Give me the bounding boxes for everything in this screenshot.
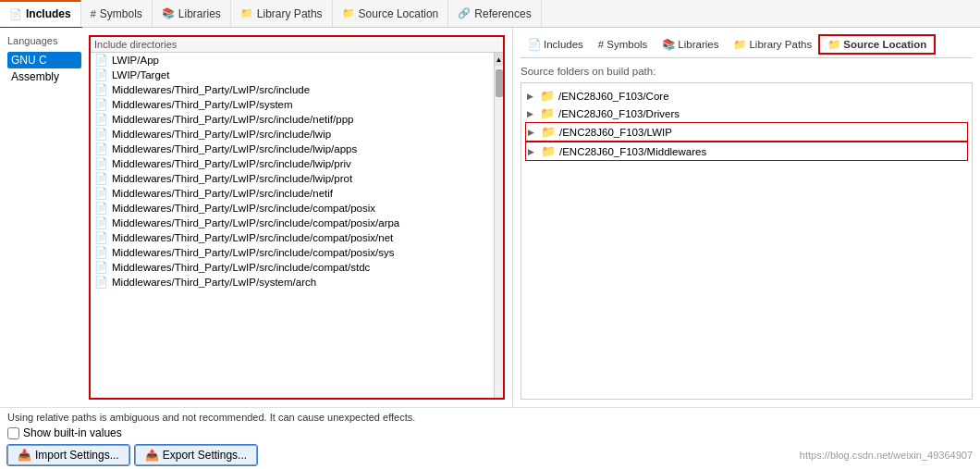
tab-libraries-label: Libraries	[178, 7, 221, 20]
tree-item-text: /ENC28J60_F103/Core	[558, 91, 669, 102]
languages-label: Languages	[7, 35, 81, 46]
list-item[interactable]: 📄Middlewares/Third_Party/LwIP/src/includ…	[91, 127, 494, 142]
list-item[interactable]: 📄Middlewares/Third_Party/LwIP/src/includ…	[91, 112, 494, 127]
list-item-text: Middlewares/Third_Party/LwIP/src/include…	[112, 217, 399, 228]
list-item[interactable]: 📄Middlewares/Third_Party/LwIP/src/includ…	[91, 260, 494, 275]
right-library-paths-icon: 📁	[733, 38, 746, 51]
list-item[interactable]: 📄Middlewares/Third_Party/LwIP/src/includ…	[91, 156, 494, 171]
list-item[interactable]: 📄Middlewares/Third_Party/LwIP/src/includ…	[91, 142, 494, 156]
right-includes-label: Includes	[544, 39, 583, 50]
file-icon: 📄	[94, 157, 108, 170]
list-item[interactable]: 📄Middlewares/Third_Party/LwIP/src/includ…	[91, 82, 494, 97]
tab-references[interactable]: 🔗 References	[448, 0, 541, 27]
file-icon: 📄	[94, 202, 108, 215]
file-icon: 📄	[94, 68, 108, 81]
list-item-text: Middlewares/Third_Party/LwIP/system/arch	[112, 277, 316, 288]
list-item[interactable]: 📄Middlewares/Third_Party/LwIP/src/includ…	[91, 230, 494, 245]
tab-libraries[interactable]: 📚 Libraries	[153, 0, 231, 27]
right-source-location-label: Source Location	[843, 39, 926, 50]
export-settings-button[interactable]: 📤 Export Settings...	[135, 445, 257, 465]
list-item-text: Middlewares/Third_Party/LwIP/src/include…	[112, 158, 351, 169]
tree-item[interactable]: ▶📁/ENC28J60_F103/LWIP	[525, 122, 968, 142]
tree-item[interactable]: ▶📁/ENC28J60_F103/Core	[525, 87, 968, 105]
tab-includes[interactable]: 📄 Includes	[0, 0, 81, 27]
file-icon: 📄	[94, 187, 108, 200]
references-tab-icon: 🔗	[458, 7, 471, 19]
tree-toggle-icon: ▶	[528, 128, 537, 137]
right-tab-includes[interactable]: 📄 Includes	[521, 36, 591, 53]
main-container: 📄 Includes # Symbols 📚 Libraries 📁 Libra…	[0, 0, 980, 469]
file-icon: 📄	[94, 54, 108, 67]
list-item-text: Middlewares/Third_Party/LwIP/src/include…	[112, 143, 357, 154]
list-item[interactable]: 📄Middlewares/Third_Party/LwIP/system	[91, 97, 494, 112]
top-tab-bar: 📄 Includes # Symbols 📚 Libraries 📁 Libra…	[0, 0, 980, 28]
includes-list[interactable]: 📄LWIP/App📄LWIP/Target📄Middlewares/Third_…	[91, 53, 494, 398]
scrollbar[interactable]: ▲	[494, 53, 503, 398]
warning-text: Using relative paths is ambiguous and no…	[7, 412, 973, 423]
buttons-left: 📥 Import Settings... 📤 Export Settings..…	[7, 445, 257, 465]
list-item-text: LWIP/Target	[112, 69, 169, 80]
export-icon: 📤	[145, 449, 159, 462]
tree-item[interactable]: ▶📁/ENC28J60_F103/Middlewares	[525, 142, 968, 161]
list-item[interactable]: 📄Middlewares/Third_Party/LwIP/src/includ…	[91, 171, 494, 186]
tab-symbols[interactable]: # Symbols	[81, 0, 153, 27]
file-icon: 📄	[94, 83, 108, 96]
file-icon: 📄	[94, 142, 108, 155]
right-tab-symbols[interactable]: # Symbols	[591, 37, 655, 52]
tree-item-text: /ENC28J60_F103/Middlewares	[559, 146, 706, 157]
lang-assembly[interactable]: Assembly	[7, 68, 81, 85]
includes-list-container: Include directories 📄LWIP/App📄LWIP/Targe…	[89, 35, 505, 400]
folder-icon: 📁	[540, 106, 555, 120]
lang-gnu-c[interactable]: GNU C	[7, 52, 81, 68]
list-item[interactable]: 📄Middlewares/Third_Party/LwIP/system/arc…	[91, 275, 494, 290]
scroll-thumb[interactable]	[496, 69, 503, 97]
folder-icon: 📁	[541, 144, 556, 158]
list-item-text: Middlewares/Third_Party/LwIP/system	[112, 99, 293, 110]
list-item[interactable]: 📄Middlewares/Third_Party/LwIP/src/includ…	[91, 186, 494, 201]
file-icon: 📄	[94, 113, 108, 126]
list-item[interactable]: 📄Middlewares/Third_Party/LwIP/src/includ…	[91, 245, 494, 260]
file-icon: 📄	[94, 276, 108, 289]
scroll-up-arrow[interactable]: ▲	[495, 53, 504, 66]
file-icon: 📄	[94, 231, 108, 244]
list-item[interactable]: 📄Middlewares/Third_Party/LwIP/src/includ…	[91, 216, 494, 230]
content-area: Languages GNU C Assembly Include directo…	[0, 28, 980, 407]
right-tab-source-location[interactable]: 📁 Source Location	[819, 35, 935, 54]
right-tab-library-paths[interactable]: 📁 Library Paths	[726, 36, 819, 53]
source-tree: ▶📁/ENC28J60_F103/Core▶📁/ENC28J60_F103/Dr…	[521, 82, 973, 400]
checkbox-row: Show built-in values	[7, 426, 973, 439]
includes-list-header: Include directories	[91, 37, 503, 53]
tab-library-paths[interactable]: 📁 Library Paths	[231, 0, 333, 27]
tab-symbols-label: Symbols	[100, 7, 142, 20]
source-location-tab-icon: 📁	[342, 7, 355, 19]
list-item-text: Middlewares/Third_Party/LwIP/src/include…	[112, 203, 375, 214]
tab-source-location[interactable]: 📁 Source Location	[333, 0, 449, 27]
right-tab-libraries[interactable]: 📚 Libraries	[655, 36, 726, 53]
source-folders-label: Source folders on build path:	[521, 66, 973, 77]
import-settings-button[interactable]: 📥 Import Settings...	[7, 445, 129, 465]
watermark: https://blog.csdn.net/weixin_49364907	[800, 450, 973, 461]
list-item-text: Middlewares/Third_Party/LwIP/src/include…	[112, 173, 352, 184]
list-item[interactable]: 📄LWIP/App	[91, 53, 494, 68]
right-library-paths-label: Library Paths	[749, 39, 812, 50]
list-item-text: Middlewares/Third_Party/LwIP/src/include…	[112, 262, 370, 273]
show-builtin-checkbox[interactable]	[7, 427, 19, 439]
file-icon: 📄	[94, 246, 108, 259]
file-icon: 📄	[94, 172, 108, 185]
right-panel: 📄 Includes # Symbols 📚 Libraries 📁 Libra…	[513, 28, 980, 407]
folder-icon: 📁	[541, 125, 556, 139]
list-item-text: Middlewares/Third_Party/LwIP/src/include…	[112, 129, 331, 140]
list-item-text: Middlewares/Third_Party/LwIP/src/include	[112, 84, 310, 95]
right-libraries-icon: 📚	[662, 38, 675, 51]
list-item[interactable]: 📄LWIP/Target	[91, 68, 494, 82]
file-icon: 📄	[94, 216, 108, 229]
export-settings-label: Export Settings...	[163, 449, 247, 462]
libraries-tab-icon: 📚	[162, 7, 175, 19]
list-item[interactable]: 📄Middlewares/Third_Party/LwIP/src/includ…	[91, 201, 494, 216]
right-libraries-label: Libraries	[678, 39, 718, 50]
tree-item[interactable]: ▶📁/ENC28J60_F103/Drivers	[525, 105, 968, 122]
buttons-row: 📥 Import Settings... 📤 Export Settings..…	[7, 445, 973, 465]
list-item-text: Middlewares/Third_Party/LwIP/src/include…	[112, 232, 393, 243]
right-symbols-label: Symbols	[606, 39, 647, 50]
bottom-area: Using relative paths is ambiguous and no…	[0, 407, 980, 469]
